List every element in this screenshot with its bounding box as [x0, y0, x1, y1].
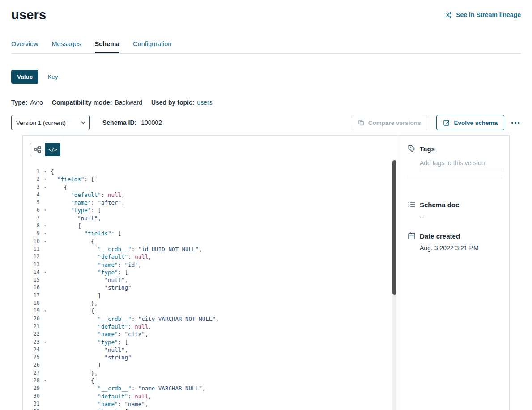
collapse-caret-icon[interactable]: ▾	[40, 222, 51, 230]
code-line: 22 "name": "city",	[23, 330, 400, 338]
topic-link[interactable]: users	[197, 99, 212, 106]
code-line: 25 "string"	[23, 354, 400, 361]
collapse-caret-icon[interactable]: ▾	[40, 168, 51, 175]
line-number: 19	[23, 307, 40, 315]
edit-icon	[443, 119, 450, 126]
collapse-caret-icon[interactable]: ▾	[40, 377, 51, 384]
collapse-caret-icon[interactable]: ▾	[40, 338, 51, 346]
collapse-caret-icon[interactable]: ▾	[40, 269, 51, 276]
line-text: "type": [	[51, 408, 128, 410]
code-line: 3▾ {	[23, 184, 400, 191]
tags-header: Tags	[408, 145, 502, 153]
caret-spacer	[40, 361, 51, 369]
line-text: "null",	[51, 214, 101, 222]
code-scrollbar-track[interactable]	[392, 159, 396, 410]
tree-view-icon	[34, 146, 41, 153]
code-line: 6▾ "type": [	[23, 206, 400, 214]
caret-spacer	[40, 292, 51, 299]
line-number: 24	[23, 346, 40, 354]
line-number: 12	[23, 253, 40, 261]
tab-bar: Overview Messages Schema Configuration	[11, 40, 521, 54]
line-text: "type": [	[51, 269, 128, 276]
line-text: {	[51, 184, 68, 191]
line-text: },	[51, 299, 98, 307]
line-number: 10	[23, 238, 40, 245]
line-text: {	[51, 307, 94, 315]
line-text: "string"	[51, 354, 132, 361]
caret-spacer	[40, 214, 51, 222]
caret-spacer	[40, 299, 51, 307]
line-number: 4	[23, 191, 40, 199]
line-number: 15	[23, 276, 40, 284]
code-line: 32▾ "type": [	[23, 408, 400, 410]
view-toggle: </>	[30, 143, 60, 156]
line-number: 23	[23, 338, 40, 346]
schema-id-value: 100002	[141, 119, 162, 126]
collapse-caret-icon[interactable]: ▾	[40, 307, 51, 315]
line-number: 16	[23, 284, 40, 291]
line-text: "type": [	[51, 338, 128, 346]
line-number: 27	[23, 369, 40, 377]
line-text: {	[51, 377, 94, 384]
collapse-caret-icon[interactable]: ▾	[40, 206, 51, 214]
line-number: 3	[23, 184, 40, 191]
code-line: 24 "null",	[23, 346, 400, 354]
page-title: users	[11, 7, 46, 22]
code-line: 17 ]	[23, 292, 400, 299]
stream-lineage-label: See in Stream lineage	[456, 11, 521, 18]
line-number: 20	[23, 315, 40, 323]
caret-spacer	[40, 284, 51, 291]
code-scrollbar-thumb[interactable]	[392, 160, 396, 295]
tree-view-button[interactable]	[30, 143, 45, 156]
evolve-schema-label: Evolve schema	[454, 120, 498, 126]
stream-lineage-link[interactable]: See in Stream lineage	[444, 11, 521, 18]
caret-spacer	[40, 245, 51, 253]
tab-messages[interactable]: Messages	[51, 40, 81, 53]
tab-configuration[interactable]: Configuration	[133, 40, 171, 53]
line-number: 31	[23, 400, 40, 408]
tab-schema[interactable]: Schema	[95, 40, 120, 53]
line-text: "type": [	[51, 206, 101, 214]
line-number: 1	[23, 168, 40, 175]
collapse-caret-icon[interactable]: ▾	[40, 175, 51, 183]
add-tags-input[interactable]	[420, 158, 504, 170]
line-text: "__crdb__": "city VARCHAR NOT NULL",	[51, 315, 219, 323]
version-select[interactable]: Version 1 (current)	[11, 115, 90, 130]
schema-doc-value: --	[420, 213, 502, 220]
code-line: 12 "default": null,	[23, 253, 400, 261]
value-toggle-button[interactable]: Value	[11, 70, 38, 84]
line-text: {	[51, 168, 54, 175]
code-line: 27 },	[23, 369, 400, 377]
code-line: 21 "default": null,	[23, 323, 400, 330]
schema-doc-header: Schema doc	[408, 201, 502, 209]
line-text: {	[51, 238, 94, 245]
code-line: 15 "null",	[23, 276, 400, 284]
line-number: 8	[23, 222, 40, 230]
line-number: 22	[23, 330, 40, 338]
line-text: "default": null,	[51, 191, 125, 199]
tab-overview[interactable]: Overview	[11, 40, 38, 53]
code-line: 16 "string"	[23, 284, 400, 291]
date-created-value: Aug. 3 2022 3:21 PM	[420, 244, 502, 252]
code-line: 30 "default": null,	[23, 393, 400, 400]
line-text: "name": "after",	[51, 199, 125, 206]
value-key-toggle: Value Key	[11, 70, 521, 84]
line-text: "name": "id",	[51, 261, 141, 269]
type-value: Avro	[30, 99, 43, 106]
code-line: 20 "__crdb__": "city VARCHAR NOT NULL",	[23, 315, 400, 323]
collapse-caret-icon[interactable]: ▾	[40, 184, 51, 191]
evolve-schema-button[interactable]: Evolve schema	[436, 115, 504, 130]
collapse-caret-icon[interactable]: ▾	[40, 408, 51, 410]
line-text: "fields": [	[51, 230, 121, 237]
caret-spacer	[40, 199, 51, 206]
code-view-button[interactable]: </>	[45, 143, 60, 156]
key-toggle-button[interactable]: Key	[47, 73, 58, 80]
collapse-caret-icon[interactable]: ▾	[40, 230, 51, 237]
collapse-caret-icon[interactable]: ▾	[40, 238, 51, 245]
line-number: 13	[23, 261, 40, 269]
more-options-button[interactable]: ⋯	[511, 118, 521, 128]
line-text: {	[51, 222, 81, 230]
compare-versions-button[interactable]: Compare versions	[351, 115, 428, 130]
code-line: 31 "name": "name",	[23, 400, 400, 408]
schema-doc-title: Schema doc	[420, 201, 459, 209]
